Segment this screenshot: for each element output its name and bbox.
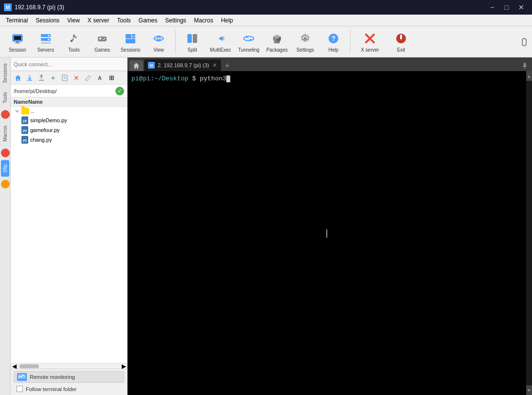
scroll-up-btn[interactable]: ▲ [526,71,532,81]
horizontal-scrollbar[interactable]: ◀ ▶ [11,363,127,369]
menu-settings[interactable]: Settings [161,16,190,25]
toolbar-xserver[interactable]: X server [353,28,386,56]
file-rename-btn[interactable]: A [94,73,105,83]
svg-point-13 [104,38,105,39]
file-delete-btn[interactable]: ✕ [71,73,82,83]
macros-alert[interactable] [1,149,10,157]
toolbar-packages[interactable]: Packages [263,28,291,56]
folder-icon [21,108,29,114]
svg-point-27 [304,37,307,40]
svg-rect-8 [41,42,51,44]
tools-icon [66,31,82,46]
file-newfolder-btn[interactable]: + [48,73,58,83]
minimize-button[interactable]: − [485,2,499,13]
file-item-chang[interactable]: py chang.py [11,135,127,145]
toolbar-multiexec[interactable]: MultiExec [207,28,234,56]
path-bar: ✓ [11,85,127,97]
menu-terminal[interactable]: Terminal [2,16,32,25]
file-item-name: .. [31,108,34,114]
terminal-content[interactable]: pi@pi:~/Desktop $ python3 | [128,71,526,395]
help-icon: ? [326,31,341,46]
menu-help[interactable]: Help [217,16,237,25]
svg-point-14 [103,39,104,40]
svg-rect-36 [62,75,67,81]
servers-label: Servers [37,47,54,53]
terminal-tab-1[interactable]: M 2. 192.168.9.7 (pi) (3) ✕ [144,59,221,71]
menu-xserver[interactable]: X server [84,16,113,25]
toolbar-sessions[interactable]: Sessions [117,28,144,56]
path-input[interactable] [14,88,113,94]
toolbar-servers[interactable]: Servers [32,28,59,56]
svg-rect-2 [16,41,19,43]
terminal-area: M 2. 192.168.9.7 (pi) (3) ✕ + pi@pi:~/De… [128,57,532,395]
home-tab[interactable] [129,60,143,71]
toolbar: Session Servers Tools [0,26,532,57]
terminal-scrollbar[interactable]: ▲ ▼ [526,71,532,395]
file-edit-btn[interactable] [83,73,93,83]
attach-icon[interactable] [520,37,528,47]
settings-label: Settings [296,47,314,53]
toolbar-separator-1 [175,30,176,54]
file-item-simpledemo[interactable]: py simpleDemo.py [11,115,127,125]
sidebar-tab-tools[interactable]: Tools [1,88,9,107]
file-home-btn[interactable] [13,73,23,83]
help-label: Help [329,47,339,53]
toolbar-games[interactable]: Games [89,28,116,56]
menu-sessions[interactable]: Sessions [32,16,63,25]
svg-rect-35 [39,80,44,81]
follow-folder-row: Follow terminal folder [14,385,124,393]
scroll-down-btn[interactable]: ▼ [526,385,532,395]
svg-rect-16 [132,34,135,36]
svg-line-25 [247,37,251,40]
quick-connect-input[interactable] [14,61,124,67]
alert-indicator[interactable] [1,110,10,119]
cursor-block [226,75,230,82]
exit-icon [393,31,409,46]
toolbar-settings[interactable]: Settings [292,28,319,56]
terminal-tab-close[interactable]: ✕ [212,62,217,69]
view-label: View [153,47,164,53]
file-newfile-btn[interactable] [59,73,70,83]
sidebar-tab-macros[interactable]: Macros [1,122,9,146]
file-item-parent[interactable]: .. [11,107,127,115]
follow-folder-label: Follow terminal folder [26,386,77,392]
menu-view[interactable]: View [63,16,84,25]
follow-folder-checkbox[interactable] [17,386,23,392]
sessions-label: Sessions [121,47,141,53]
title-bar-left: M 192.168.9.7 (pi) (3) [4,3,64,11]
multiexec-label: MultiExec [210,47,231,53]
maximize-button[interactable]: □ [500,2,514,13]
remote-monitoring-btn[interactable]: Remote monitoring [14,371,124,383]
xserver-icon [362,31,378,46]
file-item-gamefour[interactable]: py gamefour.py [11,125,127,135]
file-tree-header: Name Name [11,97,127,107]
toolbar-tunneling[interactable]: Tunneling [235,28,262,56]
title-bar-controls: − □ ✕ [485,2,528,13]
toolbar-split[interactable]: Split [179,28,206,56]
pin-icon[interactable] [519,60,530,71]
file-upload-btn[interactable] [36,73,47,83]
python-icon-chang: py [21,136,28,144]
toolbar-tools[interactable]: Tools [60,28,88,56]
settings-icon [297,31,313,46]
tunneling-icon [241,31,257,46]
menu-macros[interactable]: Macros [190,16,217,25]
packages-label: Packages [266,47,288,53]
toolbar-view[interactable]: View [145,28,172,56]
add-tab-btn[interactable]: + [222,60,233,71]
toolbar-help[interactable]: ? Help [320,28,347,56]
toolbar-session[interactable]: Session [4,28,31,56]
file-download-btn[interactable] [24,73,35,83]
menu-games[interactable]: Games [135,16,162,25]
path-confirm-btn[interactable]: ✓ [115,87,124,95]
toolbar-exit[interactable]: Exit [387,28,415,56]
scroll-thumb[interactable] [19,364,39,368]
sidebar-tab-sftp[interactable]: Sftp [1,160,9,177]
games-icon [94,31,110,46]
menu-tools[interactable]: Tools [113,16,135,25]
file-refresh-btn[interactable]: ⊞ [106,73,117,83]
prompt-user-host: pi@pi [131,75,150,82]
split-label: Split [187,47,197,53]
close-button[interactable]: ✕ [514,2,528,13]
sidebar-tab-sessions[interactable]: Sessions [1,59,9,87]
